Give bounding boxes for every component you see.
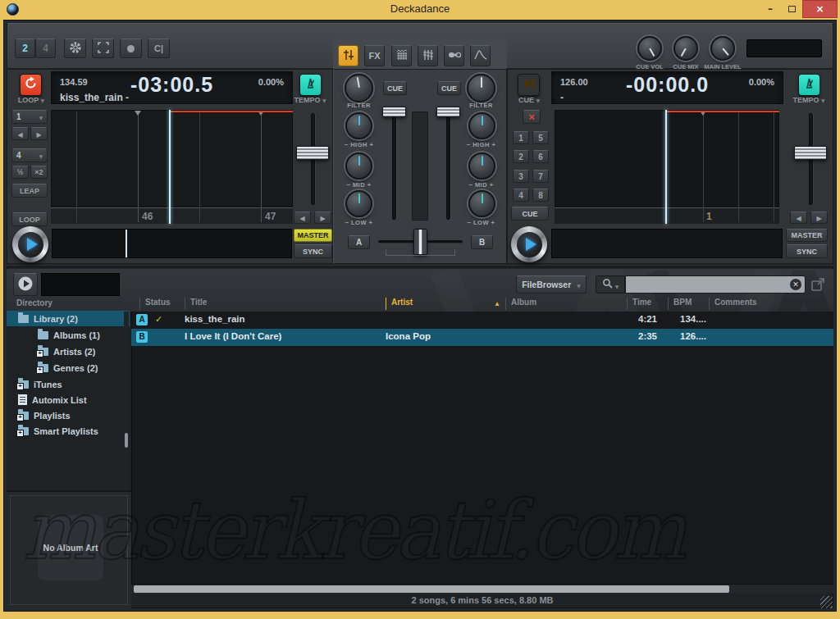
deck-a-loop-double-button[interactable]: ×2 bbox=[30, 166, 48, 179]
deck-b-cue-pad-3[interactable]: 3 bbox=[513, 170, 529, 183]
deck-b-cue-pad-7[interactable]: 7 bbox=[532, 170, 549, 183]
deck-a-play-button[interactable] bbox=[12, 226, 48, 262]
detach-browser-button[interactable] bbox=[810, 277, 825, 292]
deck-b-cue-button[interactable]: CUE bbox=[511, 207, 549, 221]
mixer-cue-b-button[interactable]: CUE bbox=[437, 81, 461, 95]
deck-a-overview-waveform[interactable] bbox=[52, 230, 291, 257]
tree-item-artists[interactable]: Artists (2) bbox=[7, 344, 130, 359]
deck-b-volume-fader-track[interactable] bbox=[446, 110, 450, 220]
track-row-kiss-the-rain[interactable]: A ✓ kiss_the_rain 4:21 134.... bbox=[131, 312, 833, 329]
deck-b-cue-mode-button[interactable] bbox=[518, 74, 540, 96]
deck-a-master-button[interactable]: MASTER bbox=[294, 229, 332, 242]
mixer-filter-knob-a[interactable] bbox=[345, 74, 373, 102]
tree-item-albums[interactable]: Albums (1) bbox=[7, 327, 130, 343]
deck-b-sync-button[interactable]: SYNC bbox=[786, 244, 828, 258]
deck-b-nudge-back-button[interactable] bbox=[790, 212, 807, 224]
column-header-album[interactable]: Album bbox=[505, 298, 536, 310]
midi-console-button[interactable]: C| bbox=[148, 39, 170, 58]
deck-a-loop-mode-button[interactable] bbox=[20, 74, 42, 96]
deck-b-cue-pad-5[interactable]: 5 bbox=[532, 131, 549, 144]
chevron-down-icon[interactable] bbox=[41, 96, 45, 104]
column-header-comments[interactable]: Comments bbox=[709, 298, 757, 310]
deck-a-low-knob[interactable] bbox=[345, 190, 372, 217]
track-row-i-love-it[interactable]: B I Love It (I Don't Care) Icona Pop 2:3… bbox=[131, 329, 833, 346]
deck-a-beats-select[interactable]: 1 bbox=[11, 110, 48, 124]
deck-b-waveform-box[interactable] bbox=[555, 110, 779, 207]
view-mixer-button[interactable] bbox=[338, 45, 358, 66]
deck-b-pitch-fader-handle[interactable] bbox=[794, 146, 827, 160]
deck-a-mid-knob[interactable] bbox=[345, 152, 372, 180]
deck-b-volume-fader-handle[interactable] bbox=[436, 107, 460, 117]
deck-b-nudge-fwd-button[interactable] bbox=[810, 212, 828, 224]
main-level-knob[interactable] bbox=[710, 36, 735, 61]
view-eq-button[interactable] bbox=[418, 45, 438, 66]
chevron-down-icon[interactable] bbox=[536, 96, 540, 104]
mixer-cue-a-button[interactable]: CUE bbox=[383, 81, 407, 95]
deck-b-cue-pad-1[interactable]: 1 bbox=[513, 131, 529, 144]
deck-b-mid-knob[interactable] bbox=[468, 152, 495, 180]
deck-a-high-knob[interactable] bbox=[345, 112, 372, 139]
deck-a-tempo-button[interactable] bbox=[299, 74, 322, 96]
preview-play-button[interactable] bbox=[13, 273, 38, 296]
cue-volume-knob[interactable] bbox=[637, 36, 662, 61]
deck-b-low-knob[interactable] bbox=[468, 190, 495, 217]
mixer-filter-knob-b[interactable] bbox=[467, 74, 495, 102]
tree-item-itunes[interactable]: iTunes bbox=[7, 376, 130, 392]
resize-grip[interactable] bbox=[820, 596, 833, 608]
search-input[interactable] bbox=[625, 275, 806, 294]
tree-item-smart-playlists[interactable]: Smart Playlists bbox=[7, 423, 130, 439]
deck-b-play-button[interactable] bbox=[511, 226, 547, 262]
column-header-time[interactable]: Time bbox=[627, 298, 651, 310]
sort-ascending-icon[interactable]: ▲ bbox=[494, 300, 500, 307]
source-selector[interactable]: FileBrowser bbox=[516, 275, 587, 294]
minimize-button[interactable]: – bbox=[760, 0, 781, 18]
settings-button[interactable] bbox=[64, 39, 86, 58]
deck-a-loop-half-button[interactable]: ½ bbox=[11, 166, 29, 179]
view-relooper-button[interactable] bbox=[444, 45, 464, 66]
deck-a-loop-button[interactable]: LOOP bbox=[11, 212, 48, 226]
view-fx-button[interactable]: FX bbox=[364, 45, 385, 66]
fullscreen-button[interactable] bbox=[92, 39, 114, 58]
deck-b-delete-cue-button[interactable]: × bbox=[523, 110, 541, 124]
deck-b-cue-pad-2[interactable]: 2 bbox=[513, 150, 529, 163]
column-header-status[interactable]: Status bbox=[139, 298, 171, 310]
tree-item-automix-list[interactable]: Automix List bbox=[7, 392, 130, 407]
chevron-down-icon[interactable] bbox=[821, 96, 825, 104]
deck-b-cue-pad-4[interactable]: 4 bbox=[513, 189, 529, 202]
tree-item-genres[interactable]: Genres (2) bbox=[7, 360, 130, 375]
deck-b-tempo-button[interactable] bbox=[798, 74, 820, 96]
deck-count-2-button[interactable]: 2 bbox=[15, 39, 35, 58]
maximize-button[interactable] bbox=[781, 0, 802, 18]
crossfader-a-button[interactable]: A bbox=[348, 235, 370, 249]
deck-b-overview-box[interactable] bbox=[551, 229, 783, 258]
tree-item-playlists[interactable]: Playlists bbox=[7, 407, 130, 423]
deck-a-volume-fader-track[interactable] bbox=[392, 110, 396, 220]
deck-b-cue-pad-6[interactable]: 6 bbox=[532, 150, 549, 163]
column-header-title[interactable]: Title bbox=[185, 298, 207, 310]
deck-a-pitch-fader-handle[interactable] bbox=[296, 146, 329, 160]
deck-a-nudge-fwd-button[interactable] bbox=[314, 212, 331, 224]
tree-scrollbar-thumb[interactable] bbox=[125, 433, 128, 448]
deck-a-sync-button[interactable]: SYNC bbox=[294, 244, 332, 258]
deck-a-loop-move-fwd-button[interactable] bbox=[30, 127, 48, 140]
chevron-down-icon[interactable] bbox=[322, 96, 326, 104]
deck-a-waveform[interactable] bbox=[52, 111, 292, 207]
deck-a-volume-fader-handle[interactable] bbox=[382, 107, 406, 117]
deck-b-master-button[interactable]: MASTER bbox=[786, 229, 828, 242]
close-button[interactable]: × bbox=[802, 0, 838, 18]
deck-a-nudge-back-button[interactable] bbox=[294, 212, 311, 224]
deck-b-high-knob[interactable] bbox=[468, 112, 495, 139]
deck-count-4-button[interactable]: 4 bbox=[35, 39, 56, 58]
deck-a-loop-length-select[interactable]: 4 bbox=[11, 148, 48, 162]
deck-b-cue-pad-8[interactable]: 8 bbox=[532, 189, 549, 202]
tree-item-library[interactable]: Library (2) bbox=[7, 311, 130, 326]
tree-scrollbar-track[interactable] bbox=[124, 312, 129, 490]
horizontal-scrollbar-thumb[interactable] bbox=[134, 585, 729, 593]
column-header-bpm[interactable]: BPM bbox=[668, 298, 692, 310]
deck-a-loop-move-back-button[interactable] bbox=[11, 127, 29, 140]
view-vinyl-button[interactable] bbox=[470, 45, 491, 66]
cue-mix-knob[interactable] bbox=[673, 36, 698, 61]
crossfader-b-button[interactable]: B bbox=[471, 235, 493, 249]
record-button[interactable] bbox=[120, 39, 142, 58]
view-sampler-button[interactable] bbox=[391, 45, 412, 66]
